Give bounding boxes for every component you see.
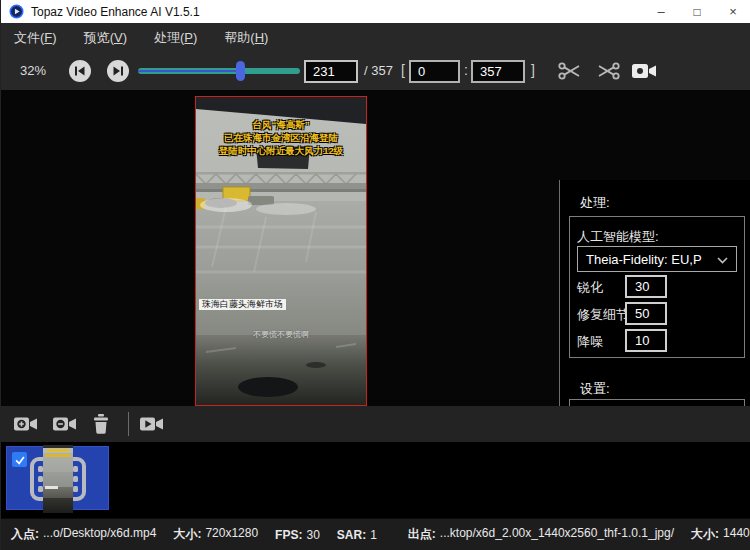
denoise-input[interactable]: [625, 329, 667, 352]
restore-detail-input[interactable]: [625, 302, 667, 325]
menu-preview[interactable]: 预览(V): [84, 29, 127, 47]
save-preview-camera-icon[interactable]: [631, 61, 657, 81]
restore-detail-label: 修复细节: [577, 306, 629, 324]
playback-toolbar: 32% / 357 [ : ]: [1, 52, 750, 90]
menu-file[interactable]: 文件(F): [14, 29, 57, 47]
maximize-button[interactable]: □: [679, 0, 715, 23]
current-frame-input[interactable]: [304, 60, 358, 83]
video-overlay-title: 台风“海高斯” 已在珠海市金湾区沿海登陆 登陆时中心附近最大风力12级: [196, 118, 366, 157]
app-logo-icon: [9, 4, 24, 19]
status-input-path: 入点:...o/Desktop/x6d.mp4: [11, 526, 156, 543]
slider-progress: [138, 70, 240, 72]
remove-video-icon[interactable]: [52, 414, 78, 434]
video-subtitle: 不要慌不要慌啊: [196, 329, 366, 340]
trim-start-input[interactable]: [409, 60, 460, 83]
video-preview[interactable]: 台风“海高斯” 已在珠海市金湾区沿海登陆 登陆时中心附近最大风力12级 珠海白藤…: [195, 96, 367, 406]
sharpen-input[interactable]: [625, 275, 667, 298]
trim-open-bracket: [: [401, 62, 405, 78]
clip-toolbar: [1, 406, 750, 442]
add-video-icon[interactable]: [13, 414, 39, 434]
menu-help[interactable]: 帮助(H): [224, 29, 268, 47]
checkmark-icon: [14, 454, 26, 466]
app-window: Topaz Video Enhance AI V1.5.1 – □ × 文件(F…: [0, 0, 750, 550]
preview-area: 台风“海高斯” 已在珠海市金湾区沿海登陆 登陆时中心附近最大风力12级 珠海白藤…: [1, 90, 750, 406]
denoise-label: 降噪: [577, 333, 603, 351]
clip-list: [1, 442, 750, 518]
status-output-size: 大小:1440x2560: [691, 526, 750, 543]
process-video-icon[interactable]: [139, 414, 165, 434]
menu-bar: 文件(F) 预览(V) 处理(P) 帮助(H): [1, 23, 750, 52]
overlay-line-2: 已在珠海市金湾区沿海登陆: [196, 131, 366, 144]
toolbar-divider: [128, 412, 129, 436]
thumbnail-overlay-text-decoration: [47, 449, 69, 452]
title-bar: Topaz Video Enhance AI V1.5.1 – □ ×: [1, 0, 750, 23]
window-title: Topaz Video Enhance AI V1.5.1: [31, 5, 643, 19]
sharpen-label: 锐化: [577, 279, 603, 297]
trim-end-input[interactable]: [471, 60, 525, 83]
overlay-line-1: 台风“海高斯”: [196, 118, 366, 131]
status-bar: 入点:...o/Desktop/x6d.mp4 大小:720x1280 FPS:…: [1, 518, 750, 550]
zoom-level-label: 32%: [20, 63, 46, 78]
status-fps: FPS:30: [275, 528, 320, 542]
video-location-label: 珠海白藤头海鲜市场: [199, 299, 286, 310]
clip-selected-checkbox[interactable]: [12, 452, 27, 467]
ai-model-label: 人工智能模型:: [577, 228, 659, 246]
total-frames-label: / 357: [364, 63, 393, 78]
previous-frame-button[interactable]: [68, 59, 92, 83]
trim-colon: :: [464, 62, 468, 78]
status-sar: SAR:1: [337, 528, 377, 542]
next-frame-button[interactable]: [106, 59, 130, 83]
settings-section-title: 设置:: [580, 380, 610, 398]
menu-process[interactable]: 处理(P): [154, 29, 197, 47]
close-button[interactable]: ×: [715, 0, 750, 23]
slider-handle[interactable]: [236, 61, 245, 81]
ai-model-value: Theia-Fidelity: EU,P: [586, 252, 702, 267]
clip-thumbnail-item[interactable]: [6, 446, 109, 510]
chevron-down-icon: [717, 257, 728, 264]
overlay-line-3: 登陆时中心附近最大风力12级: [196, 144, 366, 157]
window-controls: – □ ×: [643, 0, 750, 23]
thumbnail-video-image: [43, 445, 73, 513]
minimize-button[interactable]: –: [643, 0, 679, 23]
thumbnail-overlay-text-decoration: [45, 454, 71, 457]
trim-close-bracket: ]: [531, 62, 535, 78]
status-input-size: 大小:720x1280: [173, 526, 258, 543]
ai-model-dropdown[interactable]: Theia-Fidelity: EU,P: [577, 246, 737, 272]
status-output-path: 出点:...ktop/x6d_2.00x_1440x2560_thf-1.0.1…: [408, 526, 674, 543]
trim-start-scissors-icon[interactable]: [557, 58, 583, 84]
processing-section-title: 处理:: [580, 194, 610, 212]
thumbnail-label-decoration: [45, 486, 58, 489]
delete-trash-icon[interactable]: [91, 413, 111, 435]
trim-end-scissors-icon[interactable]: [595, 58, 621, 84]
timeline-slider[interactable]: [138, 64, 300, 78]
